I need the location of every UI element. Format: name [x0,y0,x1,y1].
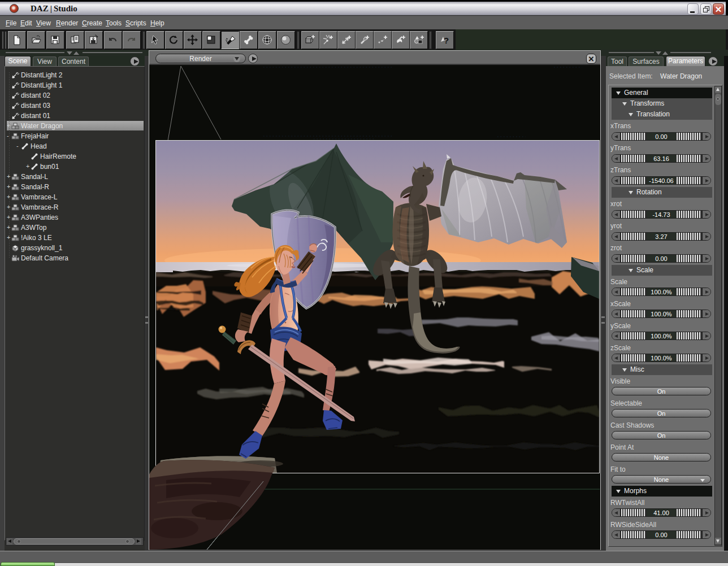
svg-text:?: ? [444,36,449,45]
